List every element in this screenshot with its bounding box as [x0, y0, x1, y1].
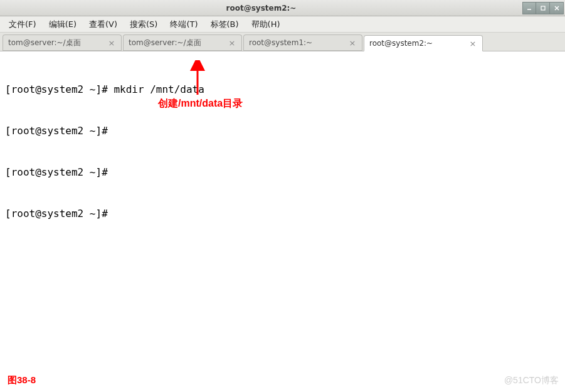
menu-file[interactable]: 文件(F) [4, 17, 41, 32]
tab-label: root@system2:~ [369, 39, 465, 48]
maximize-button[interactable] [536, 2, 550, 14]
terminal-view[interactable]: [root@system2 ~]# mkdir /mnt/data [root@… [0, 51, 565, 392]
svg-rect-1 [541, 6, 545, 10]
annotation-text: 创建/mnt/data目录 [158, 97, 243, 110]
figure-label: 图38-8 [8, 373, 36, 387]
minimize-button[interactable] [522, 2, 536, 14]
menu-edit[interactable]: 编辑(E) [44, 17, 82, 32]
menu-view[interactable]: 查看(V) [84, 17, 122, 32]
close-button[interactable] [550, 2, 564, 14]
menu-search[interactable]: 搜索(S) [125, 17, 162, 32]
tab-label: tom@server:~/桌面 [129, 38, 224, 48]
terminal-line: [root@system2 ~]# mkdir /mnt/data [5, 83, 560, 97]
terminal-line: [root@system2 ~]# [5, 207, 560, 221]
window-controls [522, 2, 564, 14]
menubar: 文件(F) 编辑(E) 查看(V) 搜索(S) 终端(T) 标签(B) 帮助(H… [0, 16, 565, 33]
menu-help[interactable]: 帮助(H) [246, 17, 285, 32]
tab-label: tom@server:~/桌面 [8, 38, 103, 48]
tab-1[interactable]: tom@server:~/桌面 × [123, 34, 242, 51]
tab-label: root@system1:~ [249, 38, 344, 47]
menu-tabs[interactable]: 标签(B) [206, 17, 244, 32]
close-icon[interactable]: × [107, 38, 116, 47]
terminal-line: [root@system2 ~]# [5, 166, 560, 179]
terminal-line: [root@system2 ~]# [5, 124, 560, 138]
menu-terminal[interactable]: 终端(T) [165, 17, 203, 32]
close-icon[interactable]: × [348, 38, 357, 47]
tab-2[interactable]: root@system1:~ × [243, 34, 362, 51]
tab-3[interactable]: root@system2:~ × [364, 35, 483, 51]
tab-0[interactable]: tom@server:~/桌面 × [3, 34, 122, 51]
annotation-arrow-icon [185, 60, 210, 104]
window-titlebar: root@system2:~ [0, 0, 565, 16]
tabbar: tom@server:~/桌面 × tom@server:~/桌面 × root… [0, 33, 565, 51]
window-title: root@system2:~ [0, 4, 522, 13]
close-icon[interactable]: × [228, 38, 236, 47]
watermark: @51CTO博客 [504, 373, 559, 387]
close-icon[interactable]: × [468, 39, 477, 48]
